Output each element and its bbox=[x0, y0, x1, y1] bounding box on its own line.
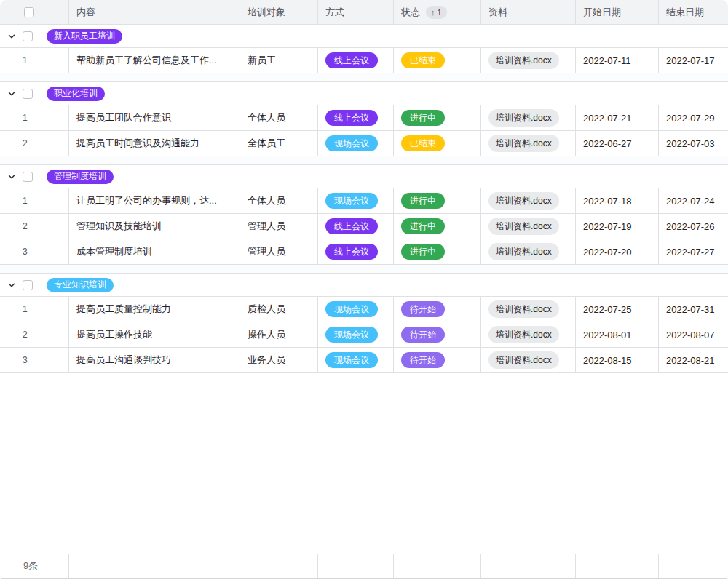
file-cell[interactable]: 培训资料.docx bbox=[481, 348, 576, 372]
column-header-status[interactable]: 状态 ↑1 bbox=[394, 0, 481, 24]
status-cell[interactable]: 待开始 bbox=[394, 297, 481, 322]
file-cell[interactable]: 培训资料.docx bbox=[481, 131, 576, 156]
end-date-cell[interactable]: 2022-07-24 bbox=[659, 188, 728, 213]
attachment-chip[interactable]: 培训资料.docx bbox=[488, 109, 559, 127]
method-cell[interactable]: 线上会议 bbox=[318, 105, 394, 130]
content-cell[interactable]: 让员工明了公司的办事规则，达... bbox=[69, 188, 240, 213]
attachment-chip[interactable]: 培训资料.docx bbox=[488, 243, 559, 260]
end-date-cell[interactable]: 2022-07-17 bbox=[659, 48, 728, 73]
attachment-chip[interactable]: 培训资料.docx bbox=[488, 326, 559, 343]
table-row[interactable]: 2 管理知识及技能培训 管理人员 线上会议 进行中 培训资料.docx 2022… bbox=[0, 214, 728, 239]
status-cell[interactable]: 进行中 bbox=[394, 105, 481, 130]
status-cell[interactable]: 待开始 bbox=[394, 322, 481, 347]
start-date-cell[interactable]: 2022-07-11 bbox=[576, 48, 659, 73]
target-cell[interactable]: 全体员工 bbox=[240, 131, 318, 156]
content-cell[interactable]: 提高员工质量控制能力 bbox=[69, 297, 240, 322]
method-cell[interactable]: 线上会议 bbox=[318, 48, 394, 73]
attachment-chip[interactable]: 培训资料.docx bbox=[488, 192, 559, 210]
target-cell[interactable]: 质检人员 bbox=[240, 297, 318, 322]
file-cell[interactable]: 培训资料.docx bbox=[481, 48, 576, 73]
summary-cell[interactable] bbox=[240, 554, 318, 578]
start-date-cell[interactable]: 2022-06-27 bbox=[576, 131, 659, 156]
status-cell[interactable]: 已结束 bbox=[394, 131, 481, 156]
summary-cell[interactable] bbox=[481, 554, 576, 578]
file-cell[interactable]: 培训资料.docx bbox=[481, 105, 576, 130]
status-cell[interactable]: 进行中 bbox=[394, 214, 481, 239]
target-cell[interactable]: 新员工 bbox=[240, 48, 318, 73]
start-date-cell[interactable]: 2022-07-25 bbox=[576, 297, 659, 322]
end-date-cell[interactable]: 2022-07-27 bbox=[659, 239, 728, 264]
group-header[interactable]: 职业化培训 bbox=[0, 82, 728, 105]
column-header-method[interactable]: 方式 bbox=[318, 0, 394, 24]
start-date-cell[interactable]: 2022-07-20 bbox=[576, 239, 659, 264]
method-cell[interactable]: 线上会议 bbox=[318, 214, 394, 239]
attachment-chip[interactable]: 培训资料.docx bbox=[488, 218, 559, 235]
table-row[interactable]: 3 提高员工沟通谈判技巧 业务人员 现场会议 待开始 培训资料.docx 202… bbox=[0, 348, 728, 373]
start-date-cell[interactable]: 2022-08-01 bbox=[576, 322, 659, 347]
table-row[interactable]: 1 提高员工团队合作意识 全体人员 线上会议 进行中 培训资料.docx 202… bbox=[0, 105, 728, 131]
column-header-target[interactable]: 培训对象 bbox=[240, 0, 318, 24]
chevron-down-icon[interactable] bbox=[7, 89, 16, 98]
group-checkbox[interactable] bbox=[23, 89, 33, 99]
column-header-file[interactable]: 资料 bbox=[481, 0, 576, 24]
method-cell[interactable]: 现场会议 bbox=[318, 322, 394, 347]
chevron-down-icon[interactable] bbox=[7, 281, 16, 290]
end-date-cell[interactable]: 2022-08-07 bbox=[659, 322, 728, 347]
table-row[interactable]: 1 提高员工质量控制能力 质检人员 现场会议 待开始 培训资料.docx 202… bbox=[0, 297, 728, 322]
method-cell[interactable]: 现场会议 bbox=[318, 131, 394, 156]
content-cell[interactable]: 提高员工操作技能 bbox=[69, 322, 240, 347]
group-header[interactable]: 新入职员工培训 bbox=[0, 25, 728, 48]
group-header[interactable]: 专业知识培训 bbox=[0, 274, 728, 297]
table-row[interactable]: 1 让员工明了公司的办事规则，达... 全体人员 现场会议 进行中 培训资料.d… bbox=[0, 188, 728, 214]
method-cell[interactable]: 线上会议 bbox=[318, 239, 394, 264]
table-row[interactable]: 2 提高员工操作技能 操作人员 现场会议 待开始 培训资料.docx 2022-… bbox=[0, 322, 728, 348]
method-cell[interactable]: 现场会议 bbox=[318, 188, 394, 213]
attachment-chip[interactable]: 培训资料.docx bbox=[488, 52, 559, 69]
file-cell[interactable]: 培训资料.docx bbox=[481, 322, 576, 347]
start-date-cell[interactable]: 2022-07-21 bbox=[576, 105, 659, 130]
method-cell[interactable]: 现场会议 bbox=[318, 297, 394, 322]
table-row[interactable]: 2 提高员工时间意识及沟通能力 全体员工 现场会议 已结束 培训资料.docx … bbox=[0, 131, 728, 156]
table-row[interactable]: 1 帮助新员工了解公司信息及工作... 新员工 线上会议 已结束 培训资料.do… bbox=[0, 48, 728, 73]
end-date-cell[interactable]: 2022-08-21 bbox=[659, 348, 728, 372]
column-header-start-date[interactable]: 开始日期 bbox=[576, 0, 659, 24]
file-cell[interactable]: 培训资料.docx bbox=[481, 188, 576, 213]
status-cell[interactable]: 进行中 bbox=[394, 239, 481, 264]
chevron-down-icon[interactable] bbox=[7, 32, 16, 41]
group-checkbox[interactable] bbox=[23, 172, 33, 182]
summary-cell[interactable] bbox=[394, 554, 481, 578]
summary-cell[interactable] bbox=[69, 554, 240, 578]
group-header[interactable]: 管理制度培训 bbox=[0, 165, 728, 188]
content-cell[interactable]: 管理知识及技能培训 bbox=[69, 214, 240, 239]
attachment-chip[interactable]: 培训资料.docx bbox=[488, 135, 559, 152]
end-date-cell[interactable]: 2022-07-31 bbox=[659, 297, 728, 322]
start-date-cell[interactable]: 2022-07-19 bbox=[576, 214, 659, 239]
group-checkbox[interactable] bbox=[23, 31, 33, 41]
method-cell[interactable]: 现场会议 bbox=[318, 348, 394, 372]
end-date-cell[interactable]: 2022-07-29 bbox=[659, 105, 728, 130]
content-cell[interactable]: 提高员工沟通谈判技巧 bbox=[69, 348, 240, 372]
summary-cell[interactable] bbox=[318, 554, 394, 578]
status-cell[interactable]: 待开始 bbox=[394, 348, 481, 372]
summary-cell[interactable] bbox=[659, 554, 728, 578]
attachment-chip[interactable]: 培训资料.docx bbox=[488, 351, 559, 369]
table-row[interactable]: 3 成本管理制度培训 管理人员 线上会议 进行中 培训资料.docx 2022-… bbox=[0, 239, 728, 265]
content-cell[interactable]: 提高员工团队合作意识 bbox=[69, 105, 240, 130]
end-date-cell[interactable]: 2022-07-26 bbox=[659, 214, 728, 239]
target-cell[interactable]: 操作人员 bbox=[240, 322, 318, 347]
status-cell[interactable]: 进行中 bbox=[394, 188, 481, 213]
content-cell[interactable]: 成本管理制度培训 bbox=[69, 239, 240, 264]
file-cell[interactable]: 培训资料.docx bbox=[481, 214, 576, 239]
group-checkbox[interactable] bbox=[23, 280, 33, 290]
attachment-chip[interactable]: 培训资料.docx bbox=[488, 300, 559, 318]
column-header-content[interactable]: 内容 bbox=[69, 0, 240, 24]
chevron-down-icon[interactable] bbox=[7, 172, 16, 181]
target-cell[interactable]: 全体人员 bbox=[240, 105, 318, 130]
start-date-cell[interactable]: 2022-08-15 bbox=[576, 348, 659, 372]
content-cell[interactable]: 提高员工时间意识及沟通能力 bbox=[69, 131, 240, 156]
summary-cell[interactable] bbox=[576, 554, 659, 578]
select-all-checkbox[interactable] bbox=[24, 7, 34, 17]
file-cell[interactable]: 培训资料.docx bbox=[481, 239, 576, 264]
file-cell[interactable]: 培训资料.docx bbox=[481, 297, 576, 322]
end-date-cell[interactable]: 2022-07-03 bbox=[659, 131, 728, 156]
